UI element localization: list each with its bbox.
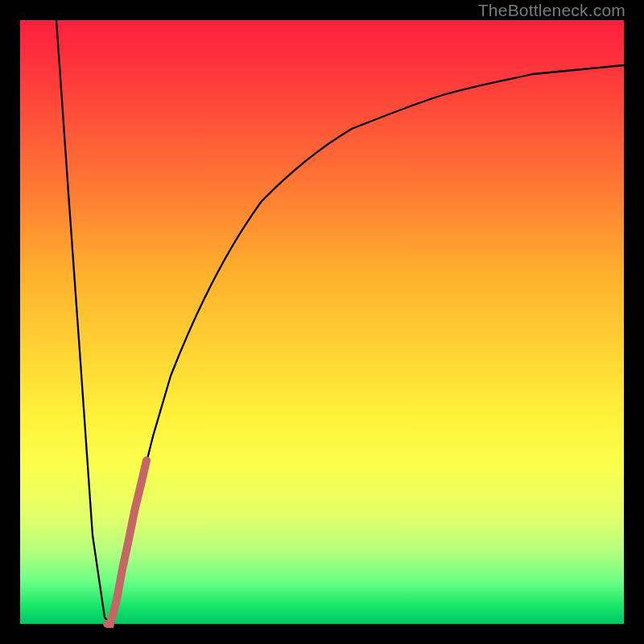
accent-segment	[107, 460, 147, 624]
watermark-text: TheBottleneck.com	[478, 1, 625, 20]
curve-layer	[20, 20, 624, 624]
chart-frame: TheBottleneck.com	[0, 0, 644, 644]
main-curve	[56, 20, 624, 624]
